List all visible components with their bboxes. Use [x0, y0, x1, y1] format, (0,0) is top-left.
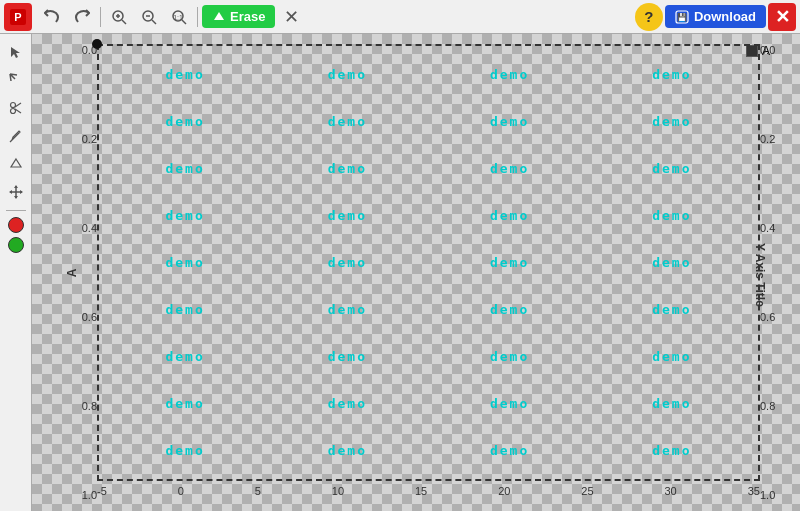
demo-text-item: demo [490, 208, 529, 223]
demo-text-item: demo [165, 114, 204, 129]
demo-text-item: demo [490, 114, 529, 129]
svg-marker-24 [14, 196, 18, 199]
redo-button[interactable] [68, 3, 96, 31]
demo-text-item: demo [328, 161, 367, 176]
demo-text-item: demo [652, 302, 691, 317]
help-label: ? [644, 8, 653, 25]
demo-text-item: demo [490, 443, 529, 458]
svg-text:P: P [14, 11, 21, 23]
chart-container: A A 1.0 0.8 0.6 0.4 0.2 0.0 1.0 0.8 0.6 … [62, 44, 790, 501]
move-tool-button[interactable] [4, 180, 28, 204]
sidebar-divider [6, 210, 26, 211]
close-icon: ✕ [775, 6, 790, 28]
color-green[interactable] [8, 237, 24, 253]
demo-grid: demodemodemodemodemodemodemodemodemodemo… [99, 46, 758, 479]
svg-point-15 [10, 103, 15, 108]
svg-line-5 [122, 20, 126, 24]
svg-text:1:1: 1:1 [173, 14, 183, 21]
select-tool-button[interactable] [4, 68, 28, 92]
svg-line-19 [10, 140, 12, 142]
corner-dot [92, 39, 102, 49]
demo-text-item: demo [328, 443, 367, 458]
demo-text-item: demo [165, 302, 204, 317]
zoom-out-button[interactable] [135, 3, 163, 31]
demo-text-item: demo [652, 255, 691, 270]
demo-text-item: demo [165, 255, 204, 270]
download-label: Download [694, 9, 756, 24]
demo-text-item: demo [652, 114, 691, 129]
svg-marker-23 [14, 185, 18, 188]
svg-marker-26 [20, 190, 23, 194]
demo-text-item: demo [490, 349, 529, 364]
svg-marker-12 [214, 12, 224, 20]
demo-text-item: demo [165, 67, 204, 82]
demo-text-item: demo [165, 396, 204, 411]
app-icon: P [4, 3, 32, 31]
y-ticks-left: 1.0 0.8 0.6 0.4 0.2 0.0 [72, 44, 97, 501]
close-x-icon: ✕ [284, 6, 299, 28]
demo-text-item: demo [490, 396, 529, 411]
demo-text-item: demo [490, 67, 529, 82]
scissors-tool-button[interactable] [4, 96, 28, 120]
x-ticks: -5 0 5 10 15 20 25 30 35 [97, 481, 760, 501]
demo-text-item: demo [328, 114, 367, 129]
pen-tool-button[interactable] [4, 124, 28, 148]
demo-text-item: demo [165, 349, 204, 364]
demo-text-item: demo [490, 255, 529, 270]
plot-area: demodemodemodemodemodemodemodemodemodemo… [97, 44, 760, 481]
demo-text-item: demo [328, 302, 367, 317]
svg-marker-25 [9, 190, 12, 194]
svg-point-16 [10, 109, 15, 114]
demo-text-item: demo [165, 208, 204, 223]
demo-text-item: demo [328, 349, 367, 364]
demo-text-item: demo [328, 208, 367, 223]
close-button[interactable]: ✕ [768, 3, 796, 31]
demo-text-item: demo [165, 443, 204, 458]
svg-text:💾: 💾 [677, 12, 687, 22]
demo-text-item: demo [328, 396, 367, 411]
demo-text-item: demo [328, 67, 367, 82]
svg-line-8 [152, 20, 156, 24]
undo-button[interactable] [38, 3, 66, 31]
demo-text-item: demo [165, 161, 204, 176]
erase-label: Erase [230, 9, 265, 24]
demo-text-item: demo [652, 396, 691, 411]
demo-text-item: demo [328, 255, 367, 270]
svg-marker-20 [11, 159, 21, 167]
pointer-tool-button[interactable] [4, 40, 28, 64]
demo-text-item: demo [652, 67, 691, 82]
demo-text-item: demo [652, 208, 691, 223]
shape-tool-button[interactable] [4, 152, 28, 176]
demo-text-item: demo [490, 302, 529, 317]
zoom-in-button[interactable] [105, 3, 133, 31]
color-red[interactable] [8, 217, 24, 233]
toolbar: P 1:1 Erase ✕ [0, 0, 800, 34]
help-button[interactable]: ? [635, 3, 663, 31]
demo-text-item: demo [652, 349, 691, 364]
demo-text-item: demo [490, 161, 529, 176]
sidebar [0, 34, 32, 511]
zoom-reset-button[interactable]: 1:1 [165, 3, 193, 31]
demo-text-item: demo [652, 443, 691, 458]
close-erase-button[interactable]: ✕ [277, 3, 305, 31]
download-button[interactable]: 💾 Download [665, 5, 766, 28]
erase-button[interactable]: Erase [202, 5, 275, 28]
demo-text-item: demo [652, 161, 691, 176]
svg-line-11 [182, 20, 186, 24]
main-area: A A 1.0 0.8 0.6 0.4 0.2 0.0 1.0 0.8 0.6 … [32, 34, 800, 511]
